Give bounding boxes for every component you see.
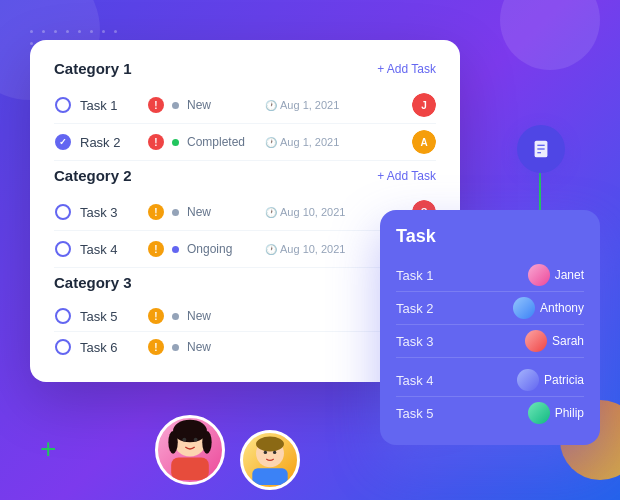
svg-point-9 xyxy=(194,438,198,442)
task-panel-person: Janet xyxy=(528,264,584,286)
status-dot xyxy=(172,139,179,146)
task-panel-person: Patricia xyxy=(517,369,584,391)
plus-button[interactable]: + xyxy=(40,433,56,465)
status-text: New xyxy=(187,309,257,323)
check-icon xyxy=(54,133,72,151)
task-panel-task-name: Task 3 xyxy=(396,334,434,349)
priority-icon: ! xyxy=(148,204,164,220)
clock-icon: 🕐 xyxy=(265,244,277,255)
task-row: Rask 2 ! Completed 🕐 Aug 1, 2021 A xyxy=(54,124,436,161)
date-area: 🕐 Aug 1, 2021 xyxy=(265,99,404,111)
date-text: Aug 1, 2021 xyxy=(280,136,339,148)
check-circle xyxy=(55,97,71,113)
task-panel-username: Anthony xyxy=(540,301,584,315)
svg-point-7 xyxy=(202,431,211,454)
date-area: 🕐 Aug 1, 2021 xyxy=(265,136,404,148)
svg-point-12 xyxy=(256,437,284,452)
svg-point-6 xyxy=(168,431,177,454)
task-panel-username: Sarah xyxy=(552,334,584,348)
task-row: Task 6 ! New xyxy=(54,332,436,362)
task-panel-row: Task 2 Anthony xyxy=(396,292,584,325)
category3-header: Category 3 xyxy=(54,274,436,291)
task-panel-row: Task 1 Janet xyxy=(396,259,584,292)
status-text: Completed xyxy=(187,135,257,149)
check-circle xyxy=(55,204,71,220)
status-text: New xyxy=(187,340,257,354)
task-row: Task 5 ! New xyxy=(54,301,436,332)
task-panel-username: Janet xyxy=(555,268,584,282)
check-circle xyxy=(55,241,71,257)
avatar: J xyxy=(412,93,436,117)
category2-title: Category 2 xyxy=(54,167,132,184)
priority-icon: ! xyxy=(148,241,164,257)
document-icon xyxy=(530,138,552,160)
task-name: Task 4 xyxy=(80,242,140,257)
status-dot xyxy=(172,313,179,320)
status-dot xyxy=(172,209,179,216)
svg-rect-10 xyxy=(171,457,209,480)
svg-point-14 xyxy=(273,451,276,454)
date-text: Aug 10, 2021 xyxy=(280,243,345,255)
avatar xyxy=(528,264,550,286)
task-panel-person: Anthony xyxy=(513,297,584,319)
category1-header: Category 1 + Add Task xyxy=(54,60,436,77)
task-name: Rask 2 xyxy=(80,135,140,150)
task-panel-task-name: Task 5 xyxy=(396,406,434,421)
status-dot xyxy=(172,246,179,253)
task-panel-task-name: Task 2 xyxy=(396,301,434,316)
task-name: Task 1 xyxy=(80,98,140,113)
date-text: Aug 1, 2021 xyxy=(280,99,339,111)
status-text: New xyxy=(187,98,257,112)
avatar xyxy=(525,330,547,352)
task-panel-row: Task 4 Patricia xyxy=(396,364,584,397)
task-panel-row: Task 3 Sarah xyxy=(396,325,584,358)
woman-avatar-image xyxy=(158,415,222,482)
task-panel-task-name: Task 1 xyxy=(396,268,434,283)
check-icon xyxy=(54,338,72,356)
task-row: Task 4 ! Ongoing 🕐 Aug 10, 2021 P xyxy=(54,231,436,268)
priority-icon: ! xyxy=(148,134,164,150)
status-text: New xyxy=(187,205,257,219)
avatar xyxy=(517,369,539,391)
task-panel-task-name: Task 4 xyxy=(396,373,434,388)
task-name: Task 5 xyxy=(80,309,140,324)
check-icon xyxy=(54,96,72,114)
priority-icon: ! xyxy=(148,97,164,113)
clock-icon: 🕐 xyxy=(265,207,277,218)
status-dot xyxy=(172,344,179,351)
svg-point-13 xyxy=(264,451,267,454)
task-name: Task 6 xyxy=(80,340,140,355)
avatar xyxy=(513,297,535,319)
clock-icon: 🕐 xyxy=(265,100,277,111)
priority-icon: ! xyxy=(148,308,164,324)
check-icon xyxy=(54,307,72,325)
category3-title: Category 3 xyxy=(54,274,132,291)
deco-circle-top-right xyxy=(500,0,600,70)
svg-point-5 xyxy=(173,420,207,443)
task-panel-username: Patricia xyxy=(544,373,584,387)
category2-add-task-button[interactable]: + Add Task xyxy=(377,169,436,183)
status-text: Ongoing xyxy=(187,242,257,256)
category1-add-task-button[interactable]: + Add Task xyxy=(377,62,436,76)
category2-header: Category 2 + Add Task xyxy=(54,167,436,184)
note-button[interactable] xyxy=(517,125,565,173)
task-panel-row: Task 5 Philip xyxy=(396,397,584,429)
task-panel-title: Task xyxy=(396,226,584,247)
task-panel: Task Task 1 Janet Task 2 Anthony Task 3 … xyxy=(380,210,600,445)
avatar-circle: A xyxy=(412,130,436,154)
task-panel-username: Philip xyxy=(555,406,584,420)
check-circle xyxy=(55,308,71,324)
avatar xyxy=(528,402,550,424)
status-dot xyxy=(172,102,179,109)
avatar-circle: J xyxy=(412,93,436,117)
svg-point-8 xyxy=(182,438,186,442)
category1-title: Category 1 xyxy=(54,60,132,77)
check-circle-done xyxy=(55,134,71,150)
clock-icon: 🕐 xyxy=(265,137,277,148)
check-icon xyxy=(54,240,72,258)
svg-rect-15 xyxy=(252,468,287,485)
date-text: Aug 10, 2021 xyxy=(280,206,345,218)
avatar: A xyxy=(412,130,436,154)
task-panel-person: Sarah xyxy=(525,330,584,352)
task-name: Task 3 xyxy=(80,205,140,220)
